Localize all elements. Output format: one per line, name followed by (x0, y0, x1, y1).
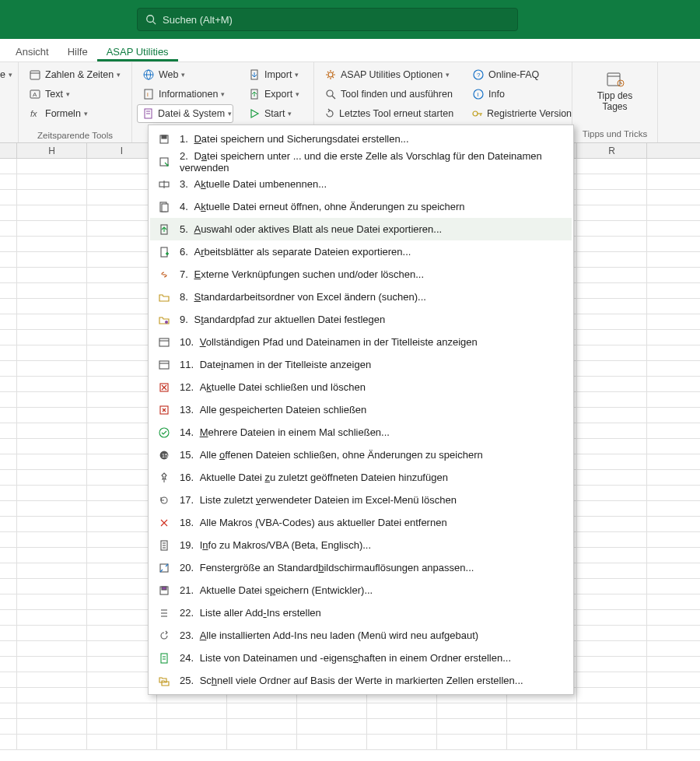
cell[interactable] (0, 330, 17, 345)
cell[interactable] (0, 735, 17, 749)
menu-item-2[interactable]: 2. Datei speichern unter ... und die ers… (150, 150, 572, 173)
cell[interactable] (507, 735, 577, 749)
cell[interactable] (507, 719, 577, 734)
menu-item-11[interactable]: 11. Dateinamen in der Titelleiste anzeig… (150, 353, 572, 376)
cell[interactable] (87, 735, 157, 749)
menu-item-13[interactable]: 13. Alle gespeicherten Dateien schließen (150, 398, 572, 421)
cell[interactable] (437, 735, 507, 749)
cell[interactable] (577, 454, 647, 469)
cell[interactable] (17, 205, 87, 220)
cell[interactable] (577, 610, 647, 625)
cell[interactable] (17, 735, 87, 749)
cell[interactable] (437, 719, 507, 734)
ribbon-start[interactable]: Start▾ (243, 104, 309, 123)
cell[interactable] (227, 719, 297, 734)
menu-item-22[interactable]: 22. Liste aller Add-Ins erstellen (150, 601, 572, 624)
cell[interactable] (17, 283, 87, 298)
cell[interactable] (577, 672, 647, 687)
cell[interactable] (87, 190, 157, 205)
cell[interactable] (0, 268, 17, 282)
cell[interactable] (87, 688, 157, 703)
ribbon-button-cut-left[interactable]: e▾ (0, 65, 13, 84)
cell[interactable] (87, 205, 157, 220)
cell[interactable] (157, 703, 227, 718)
cell[interactable] (0, 610, 17, 625)
cell[interactable] (87, 408, 157, 423)
cell[interactable] (577, 205, 647, 220)
cell[interactable] (577, 330, 647, 345)
cell[interactable] (577, 719, 647, 734)
cell[interactable] (577, 268, 647, 282)
ribbon-informationen[interactable]: i Informationen▾ (137, 85, 233, 103)
cell[interactable] (0, 688, 17, 703)
tab-ansicht[interactable]: Ansicht (6, 41, 58, 61)
ribbon-text[interactable]: A Text▾ (23, 85, 127, 103)
cell[interactable] (577, 439, 647, 454)
cell[interactable] (577, 377, 647, 391)
cell[interactable] (87, 159, 157, 174)
cell[interactable] (17, 672, 87, 687)
cell[interactable] (577, 470, 647, 485)
cell[interactable] (17, 361, 87, 376)
cell[interactable] (17, 299, 87, 314)
cell[interactable] (17, 563, 87, 578)
cell[interactable] (297, 719, 367, 734)
cell[interactable] (87, 314, 157, 329)
menu-item-25[interactable]: 25. Schnell viele Ordner auf Basis der W… (150, 669, 572, 692)
cell[interactable] (17, 703, 87, 718)
cell[interactable] (367, 719, 437, 734)
cell[interactable] (87, 174, 157, 189)
cell[interactable] (0, 345, 17, 360)
cell[interactable] (87, 641, 157, 656)
cell[interactable] (577, 283, 647, 298)
cell[interactable] (87, 423, 157, 438)
cell[interactable] (367, 703, 437, 718)
menu-item-20[interactable]: 20. Fenstergröße an Standardbildschirmau… (150, 556, 572, 579)
cell[interactable] (577, 486, 647, 500)
cell[interactable] (17, 641, 87, 656)
cell[interactable] (0, 205, 17, 220)
cell[interactable] (577, 345, 647, 360)
cell[interactable] (577, 579, 647, 594)
cell[interactable] (0, 237, 17, 251)
cell[interactable] (17, 392, 87, 407)
cell[interactable] (0, 548, 17, 563)
cell[interactable] (577, 501, 647, 516)
cell[interactable] (87, 626, 157, 640)
cell[interactable] (87, 517, 157, 531)
cell[interactable] (87, 283, 157, 298)
cell[interactable] (87, 299, 157, 314)
cell[interactable] (0, 283, 17, 298)
cell[interactable] (577, 237, 647, 251)
cell[interactable] (157, 719, 227, 734)
cell[interactable] (17, 517, 87, 531)
cell[interactable] (17, 657, 87, 672)
cell[interactable] (17, 423, 87, 438)
cell[interactable] (87, 345, 157, 360)
cell[interactable] (0, 719, 17, 734)
cell[interactable] (17, 159, 87, 174)
cell[interactable] (17, 237, 87, 251)
ribbon-tipp-des-tages[interactable]: Tipp desTages (577, 65, 653, 128)
cell[interactable] (0, 626, 17, 640)
cell[interactable] (0, 501, 17, 516)
cell[interactable] (0, 392, 17, 407)
cell[interactable] (577, 392, 647, 407)
cell[interactable] (87, 237, 157, 251)
cell[interactable] (437, 703, 507, 718)
cell[interactable] (17, 268, 87, 282)
menu-item-1[interactable]: 1. Datei speichern und Sicherungsdatei e… (150, 128, 572, 150)
cell[interactable] (87, 579, 157, 594)
cell[interactable] (577, 641, 647, 656)
cell[interactable] (577, 252, 647, 267)
cell[interactable] (577, 299, 647, 314)
cell[interactable] (577, 408, 647, 423)
cell[interactable] (577, 159, 647, 174)
cell[interactable] (0, 314, 17, 329)
tab-asap-utilities[interactable]: ASAP Utilities (97, 41, 178, 61)
cell[interactable] (87, 672, 157, 687)
cell[interactable] (87, 657, 157, 672)
cell[interactable] (0, 470, 17, 485)
menu-item-18[interactable]: 18. Alle Makros (VBA-Codes) aus aktuelle… (150, 511, 572, 534)
cell[interactable] (367, 735, 437, 749)
